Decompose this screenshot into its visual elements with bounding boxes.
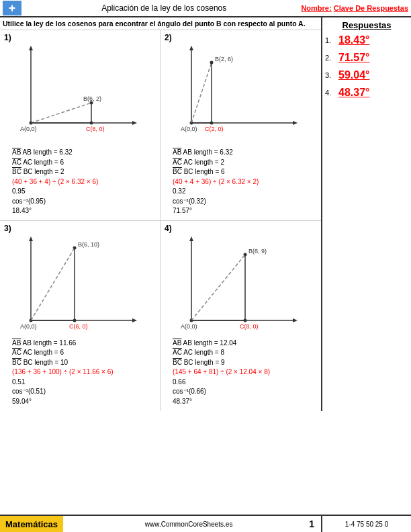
svg-text:A(0,0): A(0,0) bbox=[181, 126, 197, 132]
problems-grid: 1) A(0,0) C(6, 0) bbox=[0, 30, 321, 411]
p1-bc: BC BC length = 2 bbox=[12, 167, 154, 177]
answer-4-value: 48.37° bbox=[338, 87, 369, 99]
problem-2: 2) A(0,0) C(2, 0) bbox=[161, 30, 321, 221]
svg-text:B(8, 9): B(8, 9) bbox=[248, 248, 267, 255]
problem-1-info: AB AB length = 6.32 AC AC length = 6 BC … bbox=[3, 146, 157, 218]
svg-line-23 bbox=[191, 62, 212, 123]
svg-text:C(2, 0): C(2, 0) bbox=[205, 126, 224, 132]
svg-text:A(0,0): A(0,0) bbox=[181, 323, 197, 330]
svg-marker-40 bbox=[189, 236, 193, 241]
problem-4-num: 4) bbox=[165, 224, 172, 233]
graph-1: A(0,0) C(6, 0) B(6, 2) bbox=[11, 42, 145, 146]
p4-arccos: cos⁻¹(0.66) bbox=[173, 387, 316, 397]
p4-ac: AC AC length = 8 bbox=[173, 348, 316, 358]
graph-3-svg: A(0,0) C(6, 0) B(6, 10) bbox=[11, 233, 145, 337]
answers-panel: Respuestas 1. 18.43° 2. 71.57° 3. 59.04°… bbox=[321, 17, 411, 411]
graph-2: A(0,0) C(2, 0) B(2, 6) bbox=[171, 42, 306, 146]
svg-marker-14 bbox=[189, 46, 193, 50]
p3-bc: BC BC length = 10 bbox=[12, 358, 154, 368]
p2-ab: AB AB length = 6.32 bbox=[173, 148, 316, 158]
svg-marker-29 bbox=[132, 318, 137, 322]
graph-4: A(0,0) C(8, 0) B(8, 9) bbox=[171, 233, 306, 337]
answer-1-value: 18.43° bbox=[338, 34, 369, 46]
instruction: Utilice la ley de los cosenos para encon… bbox=[0, 17, 321, 30]
problem-3-num: 3) bbox=[4, 224, 11, 233]
p3-arccos: cos⁻¹(0.51) bbox=[12, 387, 154, 397]
p4-cosine: 0.66 bbox=[173, 378, 316, 388]
answer-2-value: 71.57° bbox=[338, 52, 369, 64]
answer-3-value: 59.04° bbox=[338, 69, 369, 81]
footer-math-label: Matemáticas bbox=[0, 516, 63, 532]
answer-1-num: 1. bbox=[325, 36, 336, 44]
p2-arccos: cos⁻¹(0.32) bbox=[173, 197, 316, 207]
svg-text:A(0,0): A(0,0) bbox=[20, 126, 37, 132]
svg-line-49 bbox=[191, 255, 245, 320]
svg-text:B(2, 6): B(2, 6) bbox=[215, 56, 233, 62]
svg-line-10 bbox=[31, 103, 91, 123]
svg-text:C(8, 0): C(8, 0) bbox=[240, 323, 259, 330]
p3-ac: AC AC length = 6 bbox=[12, 348, 154, 358]
svg-text:B(6, 2): B(6, 2) bbox=[83, 95, 101, 102]
p1-formula: (40 + 36 + 4) ÷ (2 × 6.32 × 6) bbox=[12, 177, 154, 187]
answer-2: 2. 71.57° bbox=[325, 52, 408, 64]
svg-marker-42 bbox=[293, 318, 298, 322]
p1-cosine: 0.95 bbox=[12, 187, 154, 197]
footer-url: www.CommonCoreSheets.es bbox=[68, 521, 309, 528]
svg-line-36 bbox=[31, 248, 75, 320]
p4-answer: 48.37° bbox=[173, 397, 316, 407]
p1-arccos: cos⁻¹(0.95) bbox=[12, 197, 154, 207]
footer: Matemáticas www.CommonCoreSheets.es 1 bbox=[0, 515, 321, 532]
svg-marker-1 bbox=[29, 46, 33, 50]
header-name: Nombre: Clave De Respuestas bbox=[301, 4, 408, 12]
footer-scores: 1-4 75 50 25 0 bbox=[321, 515, 411, 532]
graph-4-svg: A(0,0) C(8, 0) B(8, 9) bbox=[171, 233, 306, 337]
header-title: Aplicación de la ley de los cosenos bbox=[27, 3, 301, 13]
p3-cosine: 0.51 bbox=[12, 378, 154, 388]
graph-1-svg: A(0,0) C(6, 0) B(6, 2) bbox=[11, 42, 145, 146]
logo-icon bbox=[3, 1, 21, 15]
p2-formula: (40 + 4 + 36) ÷ (2 × 6.32 × 2) bbox=[173, 177, 316, 187]
problem-2-info: AB AB length = 6.32 AC AC length = 2 BC … bbox=[163, 146, 318, 218]
problem-3: 3) A(0,0) C(6, 0) bbox=[0, 221, 161, 412]
name-value: Clave De Respuestas bbox=[334, 4, 408, 12]
p4-formula: (145 + 64 + 81) ÷ (2 × 12.04 × 8) bbox=[173, 367, 316, 378]
p3-ab: AB AB length = 11.66 bbox=[12, 339, 154, 349]
answer-3-num: 3. bbox=[325, 71, 336, 79]
p3-answer: 59.04° bbox=[12, 397, 154, 407]
problem-2-num: 2) bbox=[165, 33, 172, 42]
p4-ab: AB AB length = 12.04 bbox=[173, 339, 316, 349]
svg-marker-27 bbox=[29, 236, 33, 241]
graph-2-svg: A(0,0) C(2, 0) B(2, 6) bbox=[171, 42, 306, 146]
answer-2-num: 2. bbox=[325, 54, 336, 62]
answer-4-num: 4. bbox=[325, 89, 336, 97]
svg-marker-3 bbox=[132, 121, 137, 125]
problem-3-info: AB AB length = 11.66 AC AC length = 6 BC… bbox=[3, 337, 157, 408]
p4-bc: BC BC length = 9 bbox=[173, 358, 316, 368]
svg-text:B(6, 10): B(6, 10) bbox=[78, 241, 99, 248]
problem-1: 1) A(0,0) C(6, 0) bbox=[0, 30, 161, 221]
svg-text:C(6, 0): C(6, 0) bbox=[86, 126, 105, 132]
answer-3: 3. 59.04° bbox=[325, 69, 408, 81]
name-label: Nombre: bbox=[301, 4, 331, 12]
footer-page: 1 bbox=[309, 519, 314, 529]
svg-marker-16 bbox=[293, 121, 298, 125]
p1-ac: AC AC length = 6 bbox=[12, 158, 154, 168]
problem-4: 4) A(0,0) C(8, 0) bbox=[161, 221, 321, 412]
p3-formula: (136 + 36 + 100) ÷ (2 × 11.66 × 6) bbox=[12, 367, 154, 378]
svg-text:A(0,0): A(0,0) bbox=[20, 323, 37, 330]
graph-3: A(0,0) C(6, 0) B(6, 10) bbox=[11, 233, 145, 337]
p1-ab: AB AB length = 6.32 bbox=[12, 148, 154, 158]
p2-cosine: 0.32 bbox=[173, 187, 316, 197]
answer-1: 1. 18.43° bbox=[325, 34, 408, 46]
p2-bc: BC BC length = 6 bbox=[173, 167, 316, 177]
p1-answer: 18.43° bbox=[12, 206, 154, 216]
header: Aplicación de la ley de los cosenos Nomb… bbox=[0, 0, 411, 17]
p2-answer: 71.57° bbox=[173, 206, 316, 216]
svg-text:C(6, 0): C(6, 0) bbox=[69, 323, 88, 330]
problem-1-num: 1) bbox=[4, 33, 11, 42]
answers-title: Respuestas bbox=[325, 20, 408, 30]
p2-ac: AC AC length = 2 bbox=[173, 158, 316, 168]
answer-4: 4. 48.37° bbox=[325, 87, 408, 99]
problem-4-info: AB AB length = 12.04 AC AC length = 8 BC… bbox=[163, 337, 318, 408]
